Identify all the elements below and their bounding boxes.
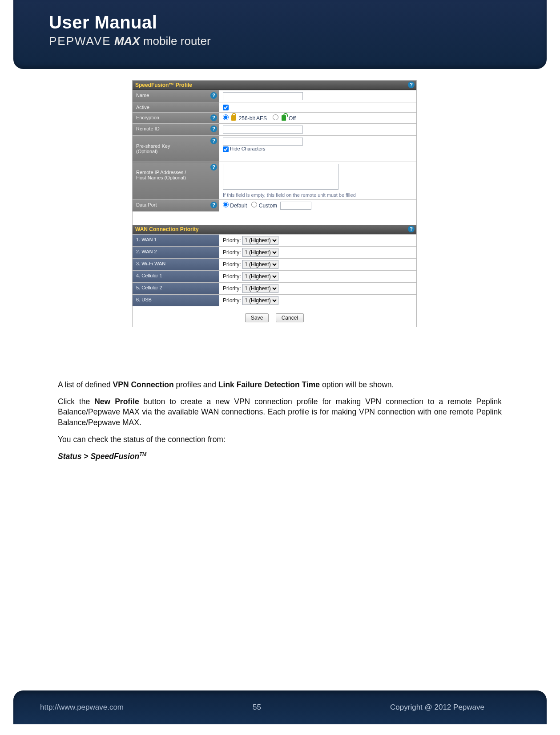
wan-item-value: Priority: 1 (Highest)	[219, 271, 416, 283]
product-tail: mobile router	[140, 34, 211, 48]
p1-text-a: A list of defined	[58, 380, 113, 389]
encryption-label-text: Encryption	[136, 115, 159, 120]
help-icon[interactable]: ?	[210, 164, 217, 171]
remote-id-input[interactable]	[223, 126, 303, 134]
priority-select[interactable]: 1 (Highest)	[242, 260, 278, 269]
priority-select[interactable]: 1 (Highest)	[242, 248, 278, 257]
wan-panel-header: WAN Connection Priority ?	[133, 225, 416, 234]
data-port-default-radio[interactable]	[223, 202, 229, 207]
psk-label-text: Pre-shared Key (Optional)	[136, 143, 170, 154]
wan-item-value: Priority: 1 (Highest)	[219, 259, 416, 271]
lock-open-icon	[282, 115, 286, 121]
data-port-label: Data Port ?	[133, 200, 219, 212]
help-icon[interactable]: ?	[210, 202, 217, 208]
priority-label: Priority:	[223, 285, 242, 292]
active-label: Active	[133, 102, 219, 113]
wan-item-value: Priority: 1 (Highest)	[219, 247, 416, 259]
footer-crop	[0, 724, 560, 735]
name-label: Name ?	[133, 90, 219, 102]
profile-panel-header: SpeedFusion™ Profile ?	[133, 81, 416, 90]
encryption-off-option[interactable]: Off	[273, 115, 295, 122]
help-icon[interactable]: ?	[408, 226, 415, 232]
wan-item-label: 4. Cellular 1	[133, 271, 219, 283]
remote-ips-label-text: Remote IP Addresses / Host Names (Option…	[136, 170, 186, 180]
p1-text-e: option will be shown.	[320, 380, 394, 389]
hide-characters-text: Hide Characters	[230, 146, 265, 151]
wan-item-value: Priority: 1 (Highest)	[219, 235, 416, 247]
panel-gap	[133, 211, 416, 225]
encryption-aes-option[interactable]: 256-bit AES	[223, 115, 268, 122]
encryption-aes-radio[interactable]	[223, 114, 229, 120]
remote-ips-hint: If this field is empty, this field on th…	[223, 192, 413, 198]
encryption-off-text: Off	[289, 115, 296, 122]
hide-characters-checkbox[interactable]	[223, 146, 229, 152]
p2-text-a: Click the	[58, 397, 94, 406]
p1-text-b: VPN Connection	[113, 380, 174, 389]
active-label-text: Active	[136, 105, 149, 110]
wan-item-value: Priority: 1 (Highest)	[219, 283, 416, 295]
priority-label: Priority:	[223, 237, 242, 244]
wan-item-label: 6. USB	[133, 295, 219, 307]
lock-closed-icon	[231, 115, 236, 121]
name-label-text: Name	[136, 93, 149, 98]
encryption-off-radio[interactable]	[273, 114, 278, 120]
p1-text-c: profiles and	[174, 380, 218, 389]
name-input[interactable]	[223, 92, 303, 100]
document-header: User Manual PEPWAVE MAX mobile router	[13, 0, 547, 69]
priority-select[interactable]: 1 (Highest)	[242, 296, 278, 305]
remote-ips-label: Remote IP Addresses / Host Names (Option…	[133, 162, 219, 200]
wan-item-label: 1. WAN 1	[133, 235, 219, 247]
status-path: Status > SpeedFusionTM	[58, 451, 502, 462]
psk-input[interactable]	[223, 138, 303, 146]
wan-item-label: 3. Wi-Fi WAN	[133, 259, 219, 271]
header-subtitle: PEPWAVE MAX mobile router	[49, 34, 529, 48]
copyright-text: Copyright @ 2012 Pepwave	[390, 703, 484, 712]
save-button[interactable]: Save	[245, 313, 269, 322]
help-icon[interactable]: ?	[408, 81, 415, 88]
priority-select[interactable]: 1 (Highest)	[242, 284, 278, 293]
priority-select[interactable]: 1 (Highest)	[242, 236, 278, 245]
data-port-default-option[interactable]: Default	[223, 203, 249, 209]
model-name: MAX	[114, 34, 140, 48]
help-icon[interactable]: ?	[210, 114, 217, 121]
paragraph-3: You can check the status of the connecti…	[58, 435, 502, 445]
status-path-text: Status > SpeedFusion	[58, 452, 139, 461]
encryption-aes-text: 256-bit AES	[239, 115, 267, 122]
button-row: Save Cancel	[133, 306, 416, 327]
remote-ips-textarea[interactable]	[223, 164, 338, 190]
header-title: User Manual	[49, 12, 529, 32]
priority-label: Priority:	[223, 249, 242, 256]
priority-select[interactable]: 1 (Highest)	[242, 272, 278, 281]
wan-item-label: 5. Cellular 2	[133, 283, 219, 295]
remote-id-label: Remote ID ?	[133, 124, 219, 136]
config-screenshot: SpeedFusion™ Profile ? Name ? Active Enc…	[132, 80, 417, 327]
encryption-label: Encryption ?	[133, 113, 219, 124]
help-icon[interactable]: ?	[210, 126, 217, 132]
wan-panel-title: WAN Connection Priority	[135, 226, 199, 232]
psk-label: Pre-shared Key (Optional) ?	[133, 136, 219, 162]
help-icon[interactable]: ?	[210, 138, 217, 144]
active-checkbox[interactable]	[223, 105, 229, 110]
data-port-custom-input[interactable]	[280, 202, 311, 210]
priority-label: Priority:	[223, 261, 242, 268]
data-port-custom-text: Custom	[259, 203, 277, 209]
help-icon[interactable]: ?	[210, 92, 217, 99]
cancel-button[interactable]: Cancel	[276, 313, 304, 322]
p2-text-b: New Profile	[94, 397, 139, 406]
p1-text-d: Link Failure Detection Time	[218, 380, 320, 389]
footer-url: http://www.pepwave.com	[40, 703, 124, 712]
priority-label: Priority:	[223, 297, 242, 304]
wan-item-value: Priority: 1 (Highest)	[219, 295, 416, 307]
page-number: 55	[253, 703, 261, 712]
data-port-default-text: Default	[230, 203, 247, 209]
body-copy: A list of defined VPN Connection profile…	[58, 380, 502, 468]
wan-item-label: 2. WAN 2	[133, 247, 219, 259]
data-port-custom-radio[interactable]	[251, 202, 257, 207]
priority-label: Priority:	[223, 273, 242, 280]
hide-characters-option[interactable]: Hide Characters	[223, 146, 266, 151]
wan-priority-table: 1. WAN 1Priority: 1 (Highest)2. WAN 2Pri…	[133, 234, 416, 306]
profile-panel-title: SpeedFusion™ Profile	[135, 82, 192, 88]
data-port-label-text: Data Port	[136, 202, 157, 207]
data-port-custom-option[interactable]: Custom	[251, 203, 278, 209]
profile-form: Name ? Active Encryption ?	[133, 90, 416, 211]
